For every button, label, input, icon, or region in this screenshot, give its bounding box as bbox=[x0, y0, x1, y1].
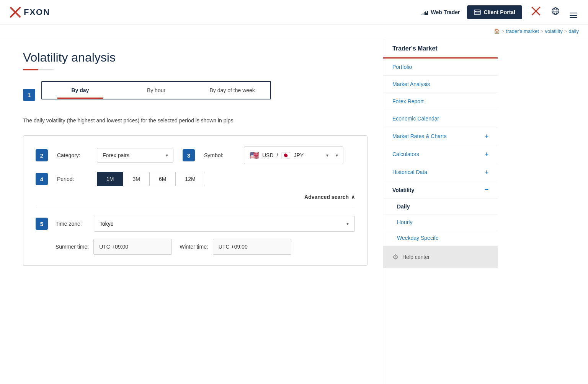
period-label: Period: bbox=[57, 176, 88, 182]
period-6m-button[interactable]: 6M bbox=[149, 172, 176, 186]
svg-rect-7 bbox=[427, 11, 428, 15]
tab-by-day-of-week[interactable]: By day of the week bbox=[194, 82, 270, 99]
title-underline bbox=[23, 69, 54, 70]
timezone-select[interactable]: Tokyo New York London Sydney bbox=[94, 216, 355, 232]
sidebar: Trader's Market Portfolio Market Analysi… bbox=[383, 38, 498, 384]
currency-usd: USD bbox=[262, 152, 274, 158]
svg-rect-10 bbox=[475, 13, 480, 13]
winter-time-group: Winter time: bbox=[180, 239, 291, 255]
volatility-collapse-icon: − bbox=[484, 186, 488, 194]
step-4-badge: 4 bbox=[36, 173, 48, 185]
step-2-badge: 2 bbox=[36, 149, 48, 161]
breadcrumb-daily: daily bbox=[568, 28, 579, 34]
svg-rect-9 bbox=[475, 11, 477, 12]
period-row: 4 Period: 1M 3M 6M 12M bbox=[36, 172, 355, 186]
calculators-expand-icon: + bbox=[485, 151, 488, 158]
header-right: Web Trader Client Portal ▼ bbox=[421, 4, 579, 20]
step-3-badge: 3 bbox=[183, 149, 195, 161]
currency-jpy: JPY bbox=[294, 152, 304, 158]
timezone-select-wrapper: Tokyo New York London Sydney bbox=[94, 216, 355, 232]
sidebar-item-forex-report[interactable]: Forex Report bbox=[383, 93, 498, 110]
summer-time-input[interactable] bbox=[93, 239, 172, 255]
x-logo-small-icon: ▼ bbox=[531, 6, 541, 16]
sidebar-header: Trader's Market bbox=[383, 38, 498, 59]
web-trader-button[interactable]: Web Trader bbox=[421, 9, 460, 15]
svg-rect-11 bbox=[477, 11, 480, 12]
sidebar-subitem-weekday-specific[interactable]: Weekday Specifc bbox=[383, 230, 498, 246]
volatility-submenu: Daily Hourly Weekday Specifc bbox=[383, 199, 498, 246]
help-center[interactable]: ⚙ Help center bbox=[383, 246, 498, 268]
svg-text:▼: ▼ bbox=[541, 10, 541, 13]
tab-by-hour[interactable]: By hour bbox=[118, 82, 194, 99]
sidebar-item-calculators[interactable]: Calculators + bbox=[383, 145, 498, 163]
symbol-label: Symbol: bbox=[204, 152, 235, 158]
symbol-chevron-icon: ▼ bbox=[325, 153, 329, 158]
web-trader-icon bbox=[421, 9, 429, 15]
summer-time-label: Summer time: bbox=[56, 244, 89, 250]
summer-time-group: Summer time: bbox=[56, 239, 172, 255]
sidebar-subitem-hourly[interactable]: Hourly bbox=[383, 215, 498, 230]
svg-rect-6 bbox=[426, 13, 427, 15]
symbol-select[interactable]: 🇺🇸 USD / 🇯🇵 JPY ▼ bbox=[244, 146, 343, 164]
currency-separator: / bbox=[277, 152, 278, 158]
logo: FXON bbox=[9, 6, 50, 18]
category-row: 2 Category: Forex pairs Metals Crypto In… bbox=[36, 146, 355, 164]
sidebar-item-historical-data[interactable]: Historical Data + bbox=[383, 163, 498, 181]
breadcrumb: 🏠 > trader's market > volatility > daily bbox=[0, 24, 588, 38]
help-icon: ⚙ bbox=[392, 253, 399, 261]
page-title: Volatility analysis bbox=[23, 50, 368, 65]
flag-usd: 🇺🇸 bbox=[250, 151, 259, 160]
market-rates-expand-icon: + bbox=[485, 133, 488, 140]
client-portal-button[interactable]: Client Portal bbox=[467, 5, 522, 19]
sidebar-item-market-analysis[interactable]: Market Analysis bbox=[383, 76, 498, 93]
logo-text: FXON bbox=[24, 7, 50, 17]
tabs-container: By day By hour By day of the week bbox=[41, 81, 271, 99]
timezone-label: Time zone: bbox=[56, 221, 86, 227]
breadcrumb-traders-market[interactable]: trader's market bbox=[506, 28, 539, 34]
category-select-wrapper: Forex pairs Metals Crypto Indices bbox=[97, 148, 173, 163]
sidebar-item-economic-calendar[interactable]: Economic Calendar bbox=[383, 110, 498, 127]
svg-rect-4 bbox=[424, 12, 425, 15]
chevron-up-icon: ∧ bbox=[351, 194, 355, 200]
step-1-badge: 1 bbox=[23, 89, 35, 101]
help-center-label: Help center bbox=[402, 254, 430, 260]
globe-icon bbox=[551, 7, 560, 15]
timezone-section: 5 Time zone: Tokyo New York London Sydne… bbox=[36, 208, 355, 255]
svg-rect-5 bbox=[425, 11, 426, 15]
page-description: The daily volatility (the highest and lo… bbox=[23, 116, 368, 125]
flag-jpy: 🇯🇵 bbox=[281, 151, 291, 160]
sidebar-item-portfolio[interactable]: Portfolio bbox=[383, 59, 498, 76]
winter-time-label: Winter time: bbox=[180, 244, 208, 250]
main-content: Volatility analysis 1 By day By hour By … bbox=[0, 38, 383, 384]
home-icon[interactable]: 🏠 bbox=[494, 28, 500, 34]
symbol-select-wrapper: 🇺🇸 USD / 🇯🇵 JPY ▼ bbox=[244, 146, 343, 164]
form-card: 2 Category: Forex pairs Metals Crypto In… bbox=[23, 135, 368, 266]
hamburger-menu-button[interactable] bbox=[568, 5, 579, 20]
main-layout: Volatility analysis 1 By day By hour By … bbox=[0, 38, 588, 384]
tab-by-day[interactable]: By day bbox=[42, 82, 118, 99]
category-select[interactable]: Forex pairs Metals Crypto Indices bbox=[97, 148, 173, 163]
header: FXON Web Trader Client Portal bbox=[0, 0, 588, 24]
hamburger-icon bbox=[570, 13, 577, 18]
breadcrumb-volatility[interactable]: volatility bbox=[545, 28, 562, 34]
timezone-row: 5 Time zone: Tokyo New York London Sydne… bbox=[36, 216, 355, 232]
sidebar-header-title: Trader's Market bbox=[392, 45, 438, 52]
globe-button[interactable] bbox=[550, 5, 561, 19]
period-12m-button[interactable]: 12M bbox=[175, 172, 205, 186]
category-label: Category: bbox=[57, 152, 88, 158]
volatility-title[interactable]: Volatility − bbox=[392, 186, 488, 194]
period-1m-button[interactable]: 1M bbox=[97, 172, 123, 186]
step-5-badge: 5 bbox=[36, 218, 48, 230]
period-3m-button[interactable]: 3M bbox=[123, 172, 149, 186]
period-buttons: 1M 3M 6M 12M bbox=[97, 172, 205, 186]
sidebar-item-market-rates-charts[interactable]: Market Rates & Charts + bbox=[383, 127, 498, 145]
logo-icon bbox=[9, 6, 21, 18]
winter-time-input[interactable] bbox=[213, 239, 291, 255]
svg-rect-3 bbox=[423, 13, 423, 15]
svg-rect-2 bbox=[421, 15, 422, 15]
sidebar-subitem-daily[interactable]: Daily bbox=[383, 199, 498, 215]
client-portal-icon bbox=[474, 9, 481, 15]
user-menu-button[interactable]: ▼ bbox=[529, 4, 543, 20]
advanced-search-button[interactable]: Advanced search ∧ bbox=[304, 194, 355, 200]
time-fields-row: Summer time: Winter time: bbox=[56, 239, 355, 255]
